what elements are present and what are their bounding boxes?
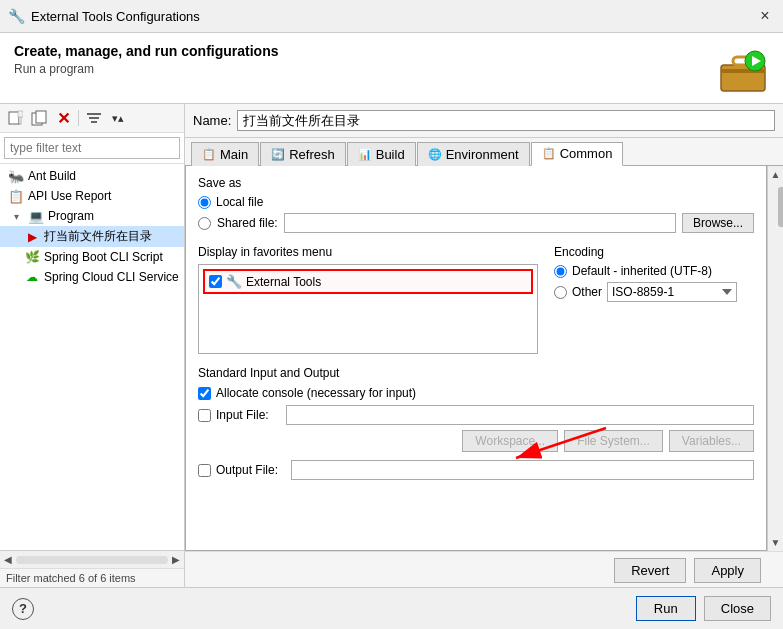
bottom-left: ?: [12, 598, 628, 620]
tree-label-run-config: 打当前文件所在目录: [44, 228, 152, 245]
std-io-title: Standard Input and Output: [198, 366, 754, 380]
local-file-row: Local file: [198, 195, 754, 209]
run-button[interactable]: Run: [636, 596, 696, 621]
tree-item-run-config[interactable]: ▶ 打当前文件所在目录: [0, 226, 184, 247]
scroll-track[interactable]: [16, 556, 168, 564]
tabs: 📋 Main 🔄 Refresh 📊 Build 🌐 Environment 📋…: [185, 138, 783, 166]
program-icon: 💻: [28, 208, 44, 224]
input-file-row: Input File:: [198, 405, 754, 425]
left-panel: ✕ ▾▴ 🐜 Ant Build 📋 API Use Report: [0, 104, 185, 587]
delete-button[interactable]: ✕: [52, 107, 74, 129]
favorites-left: Display in favorites menu 🔧 External Too…: [198, 245, 538, 354]
workspace-button[interactable]: Workspace...: [462, 430, 558, 452]
tab-main[interactable]: 📋 Main: [191, 142, 259, 166]
input-file-checkbox[interactable]: [198, 409, 211, 422]
new-config-button[interactable]: [4, 107, 26, 129]
toolbar-separator-1: [78, 110, 79, 126]
common-tab-icon: 📋: [542, 147, 556, 160]
tab-common[interactable]: 📋 Common: [531, 142, 624, 166]
environment-tab-icon: 🌐: [428, 148, 442, 161]
svg-rect-9: [18, 111, 23, 117]
refresh-tab-icon: 🔄: [271, 148, 285, 161]
input-file-input[interactable]: [286, 405, 754, 425]
shared-file-radio[interactable]: [198, 217, 211, 230]
save-as-title: Save as: [198, 176, 754, 190]
app-icon: 🔧: [8, 8, 25, 24]
run-config-icon: ▶: [24, 229, 40, 245]
encoding-title: Encoding: [554, 245, 754, 259]
h-scrollbar[interactable]: ◀ ▶: [0, 550, 184, 568]
svg-rect-11: [36, 111, 46, 123]
scroll-thumb[interactable]: [778, 187, 784, 227]
output-file-label: Output File:: [216, 463, 286, 477]
tree-label-ant: Ant Build: [28, 169, 76, 183]
scroll-up-button[interactable]: ▲: [768, 166, 783, 183]
duplicate-button[interactable]: [28, 107, 50, 129]
main-tab-icon: 📋: [202, 148, 216, 161]
default-encoding-radio[interactable]: [554, 265, 567, 278]
build-tab-label: Build: [376, 147, 405, 162]
spring-cloud-icon: ☁: [24, 269, 40, 285]
left-toolbar: ✕ ▾▴: [0, 104, 184, 133]
shared-file-input[interactable]: [284, 213, 676, 233]
collapse-button[interactable]: ▾▴: [107, 107, 129, 129]
scroll-right-arrow[interactable]: ▶: [172, 554, 180, 565]
revert-button[interactable]: Revert: [614, 558, 686, 583]
main-content: ✕ ▾▴ 🐜 Ant Build 📋 API Use Report: [0, 104, 783, 587]
tree-item-program[interactable]: ▾ 💻 Program: [0, 206, 184, 226]
window-title: External Tools Configurations: [31, 9, 749, 24]
header-text: Create, manage, and run configurations R…: [14, 43, 279, 76]
tree-label-program: Program: [48, 209, 94, 223]
ant-icon: 🐜: [8, 168, 24, 184]
favorites-checkbox[interactable]: [209, 275, 222, 288]
tree-item-spring-cloud[interactable]: ☁ Spring Cloud CLI Service: [0, 267, 184, 287]
favorites-encoding-section: Display in favorites menu 🔧 External Too…: [198, 245, 754, 354]
filter-button[interactable]: [83, 107, 105, 129]
output-file-input[interactable]: [291, 460, 754, 480]
tab-environment[interactable]: 🌐 Environment: [417, 142, 530, 166]
output-file-checkbox[interactable]: [198, 464, 211, 477]
filter-status: Filter matched 6 of 6 items: [0, 568, 184, 587]
apply-button[interactable]: Apply: [694, 558, 761, 583]
name-label: Name:: [193, 113, 231, 128]
scroll-left-arrow[interactable]: ◀: [4, 554, 12, 565]
save-as-section: Save as Local file Shared file: Browse..…: [198, 176, 754, 233]
close-button[interactable]: Close: [704, 596, 771, 621]
environment-tab-label: Environment: [446, 147, 519, 162]
svg-rect-14: [91, 121, 97, 123]
name-input[interactable]: [237, 110, 775, 131]
variables-button[interactable]: Variables...: [669, 430, 754, 452]
default-encoding-label: Default - inherited (UTF-8): [572, 264, 712, 278]
favorites-item-label: External Tools: [246, 275, 321, 289]
output-file-row: Output File:: [198, 460, 754, 480]
run-toolbox-icon: [717, 43, 769, 95]
shared-file-row: Shared file: Browse...: [198, 213, 754, 233]
browse-button[interactable]: Browse...: [682, 213, 754, 233]
scroll-down-button[interactable]: ▼: [768, 534, 783, 551]
close-window-button[interactable]: ×: [755, 6, 775, 26]
filter-input[interactable]: [4, 137, 180, 159]
svg-rect-12: [87, 113, 101, 115]
tab-content-common: Save as Local file Shared file: Browse..…: [185, 166, 767, 551]
local-file-label: Local file: [216, 195, 263, 209]
encoding-select[interactable]: ISO-8859-1 UTF-8: [607, 282, 737, 302]
tab-refresh[interactable]: 🔄 Refresh: [260, 142, 346, 166]
tree-item-ant-build[interactable]: 🐜 Ant Build: [0, 166, 184, 186]
shared-file-label: Shared file:: [217, 216, 278, 230]
right-panel-body: Save as Local file Shared file: Browse..…: [185, 166, 783, 551]
local-file-radio[interactable]: [198, 196, 211, 209]
external-tools-fav-icon: 🔧: [226, 274, 242, 289]
tree-item-spring-boot[interactable]: 🌿 Spring Boot CLI Script: [0, 247, 184, 267]
apply-revert-bar: Revert Apply: [185, 551, 783, 587]
file-system-button[interactable]: File System...: [564, 430, 663, 452]
right-scrollbar[interactable]: ▲ ▼: [767, 166, 783, 551]
allocate-console-checkbox[interactable]: [198, 387, 211, 400]
allocate-console-row: Allocate console (necessary for input): [198, 386, 754, 400]
tab-build[interactable]: 📊 Build: [347, 142, 416, 166]
filter-box: [0, 133, 184, 164]
favorites-title: Display in favorites menu: [198, 245, 538, 259]
other-encoding-radio[interactable]: [554, 286, 567, 299]
right-panel: Name: 📋 Main 🔄 Refresh 📊 Build 🌐 Environ…: [185, 104, 783, 587]
help-button[interactable]: ?: [12, 598, 34, 620]
tree-item-api-use-report[interactable]: 📋 API Use Report: [0, 186, 184, 206]
